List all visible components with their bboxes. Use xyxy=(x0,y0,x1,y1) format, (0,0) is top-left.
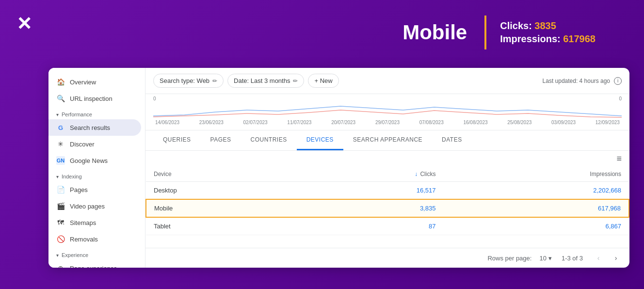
video-icon: 🎬 xyxy=(56,202,65,210)
tab-countries[interactable]: COUNTRIES xyxy=(241,130,296,150)
date-label-9: 03/09/2023 xyxy=(551,120,576,125)
clicks-value: 3835 xyxy=(534,20,556,31)
main-content: Search type: Web ✏ Date: Last 3 months ✏… xyxy=(145,68,629,268)
discover-icon: ✳ xyxy=(56,140,65,148)
date-label-1: 23/06/2023 xyxy=(199,120,224,125)
page-wrapper: ✕ Mobile Clicks: 3835 Impressions: 61796… xyxy=(0,0,644,289)
sidebar-discover-label: Discover xyxy=(70,141,95,148)
sidebar-performance-section[interactable]: ▾ Performance xyxy=(48,107,145,119)
sidebar-url-inspection-label: URL inspection xyxy=(70,95,113,102)
sidebar-page-experience-label: Page experience xyxy=(70,265,117,268)
cell-impressions: 2,202,668 xyxy=(443,182,629,200)
sidebar-experience-section[interactable]: ▾ Experience xyxy=(48,247,145,260)
tab-devices[interactable]: DEVICES xyxy=(297,130,343,150)
date-label-7: 16/08/2023 xyxy=(463,120,487,125)
next-page-button[interactable]: › xyxy=(610,252,622,264)
cell-clicks: 3,835 xyxy=(299,199,443,217)
sidebar-item-page-experience[interactable]: ⊕ Page experience xyxy=(48,260,141,268)
sidebar-sitemaps-label: Sitemaps xyxy=(70,219,96,226)
edit-icon-date: ✏ xyxy=(293,78,298,84)
date-button[interactable]: Date: Last 3 months ✏ xyxy=(227,74,304,88)
google-icon: G xyxy=(56,123,65,132)
cell-device: Tablet xyxy=(146,217,299,235)
home-icon: 🏠 xyxy=(56,78,65,86)
search-type-button[interactable]: Search type: Web ✏ xyxy=(153,74,224,88)
header-title: Mobile xyxy=(402,21,467,44)
search-type-label: Search type: Web xyxy=(160,77,209,84)
table-row[interactable]: Desktop16,5172,202,668 xyxy=(146,182,629,200)
rows-per-page-label: Rows per page: xyxy=(487,255,531,262)
sidebar-pages-label: Pages xyxy=(70,186,88,193)
sidebar-item-removals[interactable]: 🚫 Removals xyxy=(48,231,141,247)
col-impressions: Impressions xyxy=(443,167,629,182)
chevron-down-icon-indexing: ▾ xyxy=(56,174,59,179)
date-label-10: 12/09/2023 xyxy=(596,120,620,125)
sidebar-indexing-section[interactable]: ▾ Indexing xyxy=(48,169,145,181)
tab-queries[interactable]: QUERIES xyxy=(153,130,201,150)
table-row[interactable]: Tablet876,867 xyxy=(146,217,629,235)
tab-pages[interactable]: PAGES xyxy=(201,130,241,150)
last-updated-text: Last updated: 4 hours ago xyxy=(543,78,610,84)
date-label-8: 25/08/2023 xyxy=(507,120,531,125)
chevron-down-icon-exp: ▾ xyxy=(56,253,59,258)
sidebar-overview-label: Overview xyxy=(70,79,96,86)
page-experience-icon: ⊕ xyxy=(56,264,65,268)
sidebar-google-news-label: Google News xyxy=(70,157,108,164)
prev-page-button[interactable]: ‹ xyxy=(593,252,604,264)
new-label: + New xyxy=(314,77,332,84)
sidebar-item-discover[interactable]: ✳ Discover xyxy=(48,136,141,152)
clicks-label: Clicks: xyxy=(500,20,532,31)
sidebar-item-pages[interactable]: 📄 Pages xyxy=(48,181,141,198)
date-label-2: 02/07/2023 xyxy=(243,120,268,125)
removals-icon: 🚫 xyxy=(56,235,65,243)
col-clicks[interactable]: ↓ Clicks xyxy=(299,167,443,182)
table-body: Desktop16,5172,202,668Mobile3,835617,968… xyxy=(146,182,629,235)
chart-axis-labels: 14/06/2023 23/06/2023 02/07/2023 11/07/2… xyxy=(153,120,622,125)
chart-placeholder xyxy=(153,101,622,120)
col-device: Device xyxy=(146,167,299,182)
sort-arrow-icon: ↓ xyxy=(415,171,418,177)
devices-table: Device ↓ Clicks Impressions Desk xyxy=(145,167,629,235)
sidebar-item-overview[interactable]: 🏠 Overview xyxy=(48,74,141,90)
pagination: Rows per page: 10 ▾ 1-3 of 3 ‹ › xyxy=(145,248,629,268)
sidebar-item-google-news[interactable]: GN Google News xyxy=(48,152,141,169)
chart-zero-labels: 0 0 xyxy=(153,96,622,101)
tab-dates[interactable]: DATES xyxy=(432,130,472,150)
chevron-down-icon: ▾ xyxy=(56,112,59,117)
tabs: QUERIES PAGES COUNTRIES DEVICES SEARCH A… xyxy=(145,130,629,151)
page-info: 1-3 of 3 xyxy=(562,255,583,262)
sidebar-removals-label: Removals xyxy=(70,236,98,243)
sidebar-item-search-results[interactable]: G Search results xyxy=(48,119,141,136)
cell-impressions: 6,867 xyxy=(443,217,629,235)
new-button[interactable]: + New xyxy=(308,74,338,88)
pages-icon: 📄 xyxy=(56,185,65,194)
rows-per-page-select[interactable]: 10 ▾ xyxy=(539,255,551,262)
cell-clicks: 87 xyxy=(299,217,443,235)
sidebar-item-url-inspection[interactable]: 🔍 URL inspection xyxy=(48,90,141,107)
sidebar-indexing-label: Indexing xyxy=(62,174,82,179)
tab-search-appearance[interactable]: SEARCH APPEARANCE xyxy=(343,130,432,150)
header-info: Mobile Clicks: 3835 Impressions: 617968 xyxy=(402,16,596,49)
sidebar: 🏠 Overview 🔍 URL inspection ▾ Performanc… xyxy=(48,68,145,268)
info-icon[interactable]: i xyxy=(614,77,622,85)
filter-icon[interactable]: ≡ xyxy=(616,154,622,164)
sidebar-item-sitemaps[interactable]: 🗺 Sitemaps xyxy=(48,214,141,231)
table-header-row: Device ↓ Clicks Impressions xyxy=(146,167,629,182)
rows-per-page-value: 10 xyxy=(539,255,546,262)
search-icon: 🔍 xyxy=(56,94,65,103)
date-label-3: 11/07/2023 xyxy=(287,120,311,125)
logo: ✕ xyxy=(14,11,39,36)
cell-device: Mobile xyxy=(146,199,299,217)
impressions-stat: Impressions: 617968 xyxy=(500,33,596,45)
filter-row: ≡ xyxy=(145,151,629,167)
date-label-5: 29/07/2023 xyxy=(375,120,400,125)
cell-clicks: 16,517 xyxy=(299,182,443,200)
table-row[interactable]: Mobile3,835617,968 xyxy=(146,199,629,217)
header-divider xyxy=(484,16,486,49)
impressions-label: Impressions: xyxy=(500,33,560,44)
sitemaps-icon: 🗺 xyxy=(56,218,65,227)
news-icon: GN xyxy=(56,156,65,165)
date-label: Date: Last 3 months xyxy=(234,77,290,84)
chart-zero-right: 0 xyxy=(619,96,622,101)
sidebar-item-video-pages[interactable]: 🎬 Video pages xyxy=(48,198,141,214)
